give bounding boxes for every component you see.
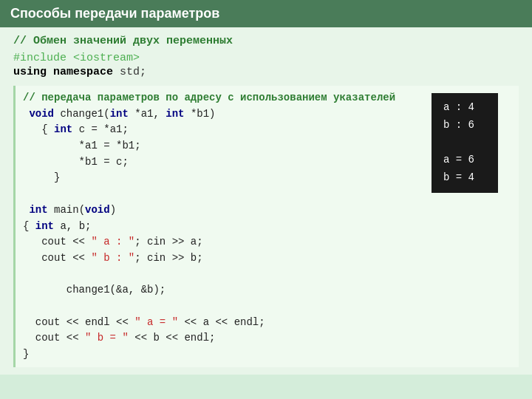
code-block: // передача параметров по адресу с испол… bbox=[13, 86, 519, 367]
code-line-5: int main(void) bbox=[23, 202, 511, 219]
content-area: // Обмен значений двух переменных #inclu… bbox=[0, 27, 532, 375]
include-line: #include <iostream> bbox=[13, 52, 519, 64]
code-line-6: { int a, b; bbox=[23, 219, 511, 235]
code-line-10: cout << endl << " a = " << a << endl; bbox=[23, 315, 511, 331]
code-line-7: cout << " a : "; cin >> a; bbox=[23, 234, 511, 250]
code-line-blank3 bbox=[23, 299, 511, 315]
output-box: a : 4 b : 6 a = 6 b = 4 bbox=[432, 93, 498, 193]
output-line-0: a : 4 bbox=[443, 99, 486, 117]
output-separator bbox=[443, 134, 486, 152]
header-title: Способы передачи параметров bbox=[10, 6, 219, 21]
code-line-11: cout << " b = " << b << endl; bbox=[23, 330, 511, 347]
code-line-12: } bbox=[23, 347, 511, 363]
output-line-3: b = 4 bbox=[443, 169, 486, 187]
using-line: using namespace using namespace std;std; bbox=[13, 66, 519, 78]
code-line-9: change1(&a, &b); bbox=[23, 282, 511, 299]
comment1-line: // Обмен значений двух переменных bbox=[13, 35, 519, 47]
header: Способы передачи параметров bbox=[0, 0, 532, 27]
output-line-2: a = 6 bbox=[443, 151, 486, 169]
code-line-blank2 bbox=[23, 267, 511, 283]
code-line-8: cout << " b : "; cin >> b; bbox=[23, 250, 511, 267]
output-line-1: b : 6 bbox=[443, 117, 486, 134]
